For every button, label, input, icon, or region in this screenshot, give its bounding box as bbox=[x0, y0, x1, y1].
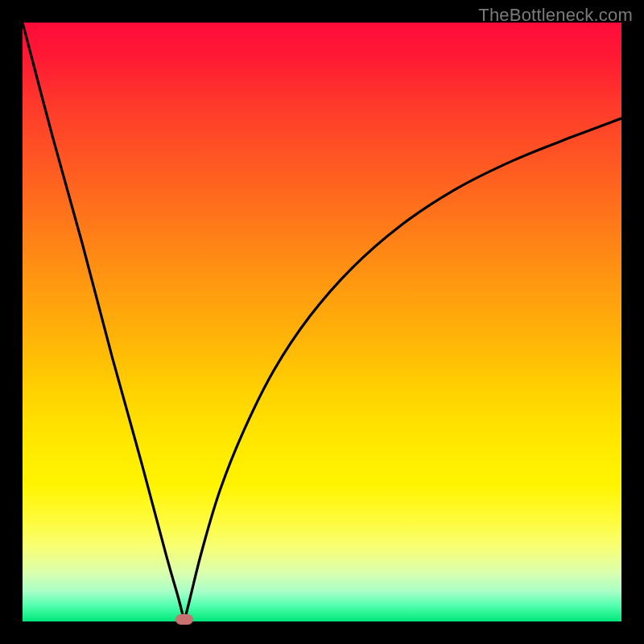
curve-right-branch bbox=[184, 118, 621, 621]
curve-left-branch bbox=[23, 23, 184, 621]
watermark-text: TheBottleneck.com bbox=[478, 5, 633, 26]
chart-plot-area bbox=[23, 23, 621, 621]
chart-frame: TheBottleneck.com bbox=[0, 0, 644, 644]
bottleneck-curve bbox=[23, 23, 621, 621]
minimum-marker bbox=[175, 614, 193, 625]
